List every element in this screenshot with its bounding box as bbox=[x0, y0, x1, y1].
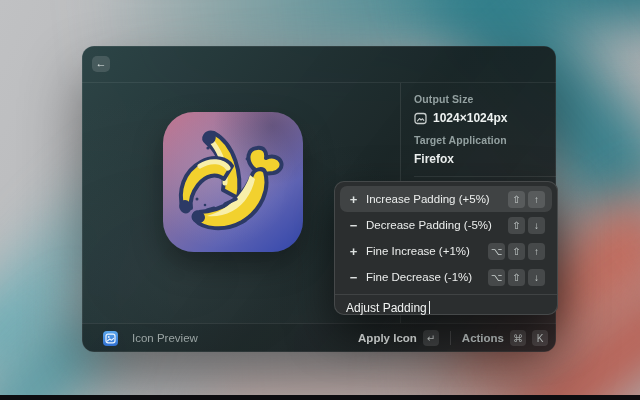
key-badge: ↑ bbox=[528, 191, 545, 208]
generated-app-icon bbox=[163, 112, 303, 252]
output-size-label: Output Size bbox=[414, 93, 544, 105]
footer-app-name: Icon Preview bbox=[132, 332, 198, 344]
minus-icon: − bbox=[347, 218, 360, 233]
key-badge: ↑ bbox=[528, 243, 545, 260]
action-item-3[interactable]: −Fine Decrease (-1%)⌥⇧↓ bbox=[340, 264, 552, 290]
key-badge: ⇧ bbox=[508, 269, 525, 286]
output-size-row: 1024×1024px bbox=[414, 111, 544, 125]
key-badge: ⇧ bbox=[508, 191, 525, 208]
minus-icon: − bbox=[347, 270, 360, 285]
key-badge: ⇧ bbox=[508, 243, 525, 260]
footer-divider bbox=[450, 331, 451, 345]
shortcut-keys: ⇧↑ bbox=[508, 191, 545, 208]
action-item-2[interactable]: +Fine Increase (+1%)⌥⇧↑ bbox=[340, 238, 552, 264]
action-item-1[interactable]: −Decrease Padding (-5%)⇧↓ bbox=[340, 212, 552, 238]
key-badge: ⇧ bbox=[508, 217, 525, 234]
image-size-icon bbox=[414, 112, 427, 125]
return-key-badge: ↵ bbox=[423, 330, 439, 346]
action-search-input[interactable]: Adjust Padding bbox=[335, 295, 557, 320]
action-item-label: Decrease Padding (-5%) bbox=[366, 219, 492, 231]
back-arrow-icon: ← bbox=[96, 57, 107, 69]
window-header: ← bbox=[82, 46, 556, 83]
plus-icon: + bbox=[347, 192, 360, 207]
target-application-label: Target Application bbox=[414, 134, 544, 146]
details-divider bbox=[414, 176, 556, 177]
background-streak-pink-faint bbox=[208, 355, 433, 400]
banana-illustration bbox=[163, 112, 303, 252]
key-badge: ⌥ bbox=[488, 243, 505, 260]
window-footer: Icon Preview Apply Icon ↵ Actions ⌘ K bbox=[82, 323, 556, 352]
command-key-badge: ⌘ bbox=[510, 330, 526, 346]
action-items-list: +Increase Padding (+5%)⇧↑−Decrease Paddi… bbox=[335, 182, 557, 290]
key-badge: ↓ bbox=[528, 269, 545, 286]
apply-icon-button[interactable]: Apply Icon bbox=[358, 332, 417, 344]
footer-actions: Apply Icon ↵ Actions ⌘ K bbox=[358, 330, 548, 346]
shortcut-keys: ⌥⇧↓ bbox=[488, 269, 545, 286]
key-badge: ⌥ bbox=[488, 269, 505, 286]
plus-icon: + bbox=[347, 244, 360, 259]
output-size-value: 1024×1024px bbox=[433, 111, 507, 125]
actions-button[interactable]: Actions bbox=[462, 332, 504, 344]
screen-edge-strip bbox=[0, 395, 640, 400]
text-caret bbox=[429, 301, 431, 314]
shortcut-keys: ⌥⇧↑ bbox=[488, 243, 545, 260]
action-item-label: Fine Decrease (-1%) bbox=[366, 271, 472, 283]
action-item-0[interactable]: +Increase Padding (+5%)⇧↑ bbox=[340, 186, 552, 212]
action-item-label: Increase Padding (+5%) bbox=[366, 193, 490, 205]
action-item-label: Fine Increase (+1%) bbox=[366, 245, 470, 257]
key-badge: ↓ bbox=[528, 217, 545, 234]
k-key-badge: K bbox=[532, 330, 548, 346]
action-search-value: Adjust Padding bbox=[346, 301, 427, 315]
action-panel: +Increase Padding (+5%)⇧↑−Decrease Paddi… bbox=[334, 181, 558, 315]
shortcut-keys: ⇧↓ bbox=[508, 217, 545, 234]
back-button[interactable]: ← bbox=[92, 56, 110, 72]
icon-preview-app-icon bbox=[103, 331, 118, 346]
target-application-value: Firefox bbox=[414, 152, 544, 166]
